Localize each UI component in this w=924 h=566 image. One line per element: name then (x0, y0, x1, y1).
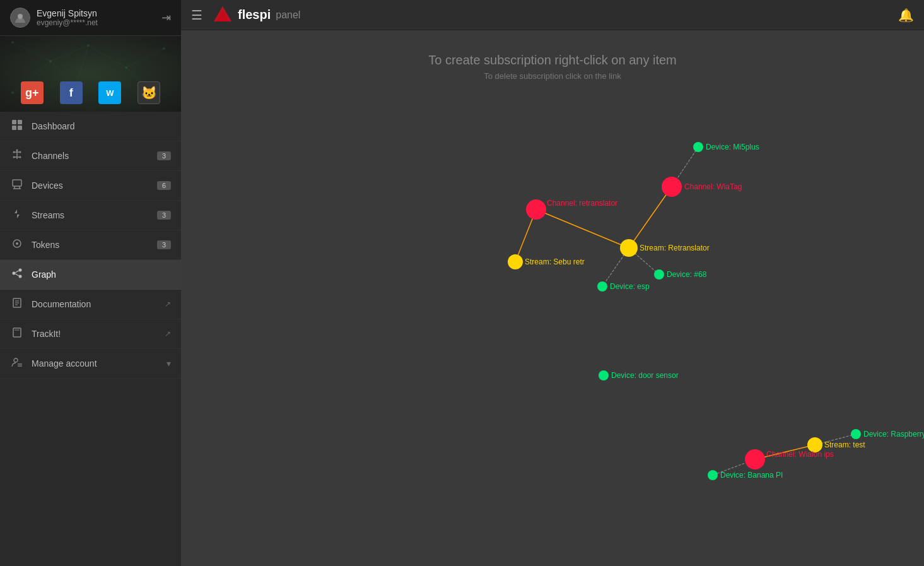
sidebar-item-trackit[interactable]: TrackIt! ↗ (0, 319, 181, 349)
trackit-external-icon: ↗ (165, 329, 171, 338)
node-device-raspberry[interactable] (851, 429, 861, 439)
svg-point-10 (49, 60, 52, 62)
sidebar-item-streams-label: Streams (32, 210, 149, 220)
node-device-door[interactable] (599, 370, 609, 380)
trackit-icon (10, 327, 24, 341)
label-device-banana: Device: Banana PI (720, 471, 783, 480)
svg-point-21 (16, 150, 18, 151)
social-section: g+ f W 🐱 (0, 36, 181, 112)
svg-point-24 (13, 156, 15, 158)
label-device-68: Device: #68 (667, 270, 707, 279)
node-channel-wialonips[interactable] (745, 449, 765, 469)
edge-channel-wiatag-stream-retranslator[interactable] (629, 187, 672, 248)
node-channel-wiatag[interactable] (662, 177, 682, 197)
channels-badge: 3 (157, 151, 171, 160)
node-device-mi5plus[interactable] (693, 142, 703, 152)
sidebar-item-manage-account[interactable]: Manage account ▾ (0, 349, 181, 379)
node-device-banana[interactable] (708, 470, 718, 480)
label-stream-test: Stream: test (824, 440, 865, 449)
dashboard-icon (10, 119, 24, 133)
node-stream-sebu[interactable] (508, 254, 523, 269)
logo-area: flespi panel (213, 5, 300, 25)
tokens-badge: 3 (157, 240, 171, 249)
svg-point-31 (16, 242, 18, 245)
node-channel-retranslator[interactable] (526, 199, 546, 220)
sidebar-item-manage-account-label: Manage account (32, 358, 159, 368)
svg-line-3 (88, 45, 126, 68)
user-details: Evgenij Spitsyn evgeniy@*****.net (37, 8, 98, 27)
svg-rect-20 (18, 126, 22, 130)
sidebar-item-dashboard-label: Dashboard (32, 121, 171, 131)
label-channel-wiatag: Channel: WiaTag (684, 182, 742, 191)
sidebar-item-graph-label: Graph (32, 269, 171, 280)
edge-channel-retranslator-stream-retranslator[interactable] (536, 209, 629, 248)
svg-point-34 (19, 275, 22, 278)
svg-rect-44 (18, 363, 22, 365)
svg-rect-18 (18, 120, 22, 124)
social-google-button[interactable]: g+ (21, 81, 44, 104)
sidebar-item-streams[interactable]: Streams 3 (0, 201, 181, 230)
logo-panel-text: panel (276, 9, 300, 21)
streams-icon (10, 208, 24, 222)
logo-flespi-text: flespi (238, 8, 271, 22)
svg-point-12 (125, 66, 127, 69)
label-device-raspberry: Device: RaspberryPi (863, 430, 924, 439)
label-device-mi5plus: Device: Mi5plus (706, 143, 759, 151)
sidebar-item-documentation-label: Documentation (32, 299, 157, 309)
social-facebook-button[interactable]: f (60, 81, 83, 104)
devices-badge: 6 (157, 181, 171, 190)
sidebar-item-channels[interactable]: Channels 3 (0, 141, 181, 171)
svg-line-4 (126, 49, 164, 68)
graph-area[interactable]: To create subscription right-click on an… (181, 30, 924, 566)
manage-account-icon (10, 357, 24, 370)
sidebar-item-devices[interactable]: Devices 6 (0, 171, 181, 201)
user-info: Evgenij Spitsyn evgeniy@*****.net (10, 8, 98, 28)
main-content: ☰ flespi panel 🔔 To create subscription … (181, 0, 924, 566)
svg-point-25 (20, 156, 21, 158)
svg-point-9 (11, 41, 14, 44)
graph-icon (10, 268, 24, 281)
sidebar-item-tokens-label: Tokens (32, 240, 149, 250)
svg-line-2 (50, 45, 88, 61)
user-name: Evgenij Spitsyn (37, 8, 98, 18)
svg-line-1 (13, 42, 50, 61)
sidebar-item-tokens[interactable]: Tokens 3 (0, 230, 181, 260)
svg-point-13 (163, 47, 165, 50)
sidebar-item-graph[interactable]: Graph (0, 260, 181, 290)
social-icons: g+ f W 🐱 (0, 81, 181, 104)
social-github-button[interactable]: 🐱 (137, 81, 160, 104)
sidebar-item-dashboard[interactable]: Dashboard (0, 112, 181, 141)
sidebar-item-documentation[interactable]: Documentation ↗ (0, 290, 181, 319)
nav-section: Dashboard Channels 3 Devices 6 Streams 3 (0, 112, 181, 566)
label-stream-retranslator: Stream: Retranslator (640, 244, 710, 252)
svg-line-35 (16, 271, 19, 273)
label-channel-retranslator: Channel: retranslator (547, 199, 617, 208)
sidebar-item-trackit-label: TrackIt! (32, 329, 157, 339)
social-microsoft-button[interactable]: W (98, 81, 121, 104)
label-device-door: Device: door sensor (611, 371, 679, 380)
label-stream-sebu: Stream: Sebu retr (525, 257, 585, 266)
svg-rect-17 (12, 120, 16, 124)
svg-point-11 (87, 44, 90, 47)
channels-icon (10, 149, 24, 163)
user-email: evgeniy@*****.net (37, 18, 98, 27)
sidebar-item-devices-label: Devices (32, 180, 149, 191)
documentation-external-icon: ↗ (165, 300, 171, 309)
tokens-icon (10, 238, 24, 252)
logout-button[interactable]: ⇥ (161, 11, 171, 25)
avatar (10, 8, 30, 28)
label-device-esp: Device: esp (610, 282, 650, 291)
header: ☰ flespi panel 🔔 (181, 0, 924, 30)
svg-rect-26 (13, 180, 21, 186)
hamburger-menu-button[interactable]: ☰ (191, 8, 202, 23)
node-device-68[interactable] (654, 269, 664, 280)
notification-bell-button[interactable]: 🔔 (898, 8, 914, 23)
svg-point-32 (13, 272, 16, 275)
flespi-logo-icon (213, 5, 233, 25)
node-stream-retranslator[interactable] (620, 239, 638, 257)
svg-rect-19 (12, 126, 16, 130)
node-device-esp[interactable] (597, 281, 607, 292)
sidebar: Evgenij Spitsyn evgeniy@*****.net ⇥ (0, 0, 181, 566)
devices-icon (10, 179, 24, 192)
user-section: Evgenij Spitsyn evgeniy@*****.net ⇥ (0, 0, 181, 36)
